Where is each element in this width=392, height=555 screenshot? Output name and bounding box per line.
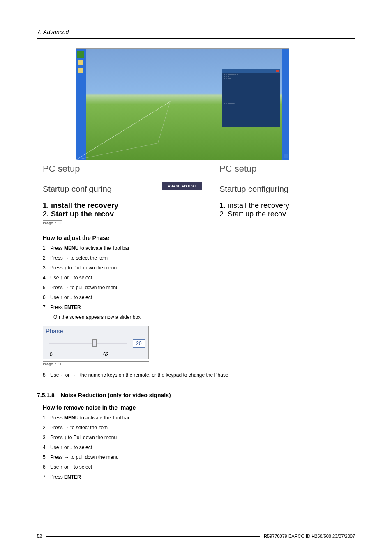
figure-step-2: 2. Start up the recov <box>43 210 154 219</box>
figure-step-1-right: 1. install the recovery <box>219 201 314 210</box>
figure-step-1: 1. install the recovery <box>43 201 154 210</box>
step-text: Press → to select the item <box>50 425 108 431</box>
step-text: Press → to pull down the menu <box>50 285 119 290</box>
step-text: Use ↑ or ↓ to select <box>50 464 92 470</box>
underline <box>219 175 265 175</box>
step-text: Press <box>50 245 64 251</box>
start-button-icon <box>77 51 84 58</box>
figure-screenshot: ··· ··· ··· ··· ··· ··· ··· ······ ··· ·… <box>76 48 289 160</box>
step-text: Press <box>50 304 64 310</box>
list-item: 8.Use ←or → , the numeric keys on the re… <box>43 372 355 378</box>
step-result-text: On the screen appears now a slider box <box>53 314 355 320</box>
close-icon <box>276 70 279 72</box>
step-text: Use ↑ or ↓ to select <box>50 444 92 450</box>
notepad-window: ··· ··· ··· ··· ··· ··· ··· ······ ··· ·… <box>222 69 280 127</box>
footer-info: R59770079 BARCO ID H250/500 23/07/2007 <box>264 534 355 539</box>
slider-body: 20 0 63 <box>43 336 148 359</box>
figure-caption: Image 7-20 <box>43 220 62 225</box>
phase-steps-list: 1.Press MENU to activate the Tool bar 2.… <box>43 245 355 310</box>
step-text: Use ↑ or ↓ to select <box>50 295 92 300</box>
list-item: 5.Press → to pull down the menu <box>43 285 355 290</box>
page-footer: 52 R59770079 BARCO ID H250/500 23/07/200… <box>37 534 355 539</box>
header-rule <box>37 38 355 39</box>
list-item: 4.Use ↑ or ↓ to select <box>43 275 355 281</box>
slider-title: Phase <box>43 326 148 336</box>
step-bold: MENU <box>64 245 78 251</box>
step-text: to activate the Tool bar <box>78 245 129 251</box>
notepad-titlebar <box>222 69 280 73</box>
section-number: 7.5.1.8 <box>37 392 61 398</box>
chapter-header: 7. Advanced <box>37 29 355 35</box>
noise-subtitle: How to remove noise in the image <box>43 404 355 411</box>
pc-setup-label: PC setup <box>43 164 154 174</box>
figure-left-column: PC setup Startup configuring 1. install … <box>43 161 154 226</box>
phase-slider-box: Phase 20 0 63 <box>43 326 149 359</box>
list-item: 7.Press ENTER <box>43 474 355 480</box>
startup-configuring-label-right: Startup configuring <box>219 184 314 194</box>
noise-steps-list: 1.Press MENU to activate the Tool bar 2.… <box>43 415 355 480</box>
list-item: 6.Use ↑ or ↓ to select <box>43 295 355 300</box>
tray-icon <box>284 154 288 158</box>
step-text: Use ↑ or ↓ to select <box>50 275 92 281</box>
list-item: 1.Press MENU to activate the Tool bar <box>43 245 355 251</box>
list-item: 7.Press ENTER <box>43 304 355 310</box>
step-text: Use ←or → , the numeric keys on the remo… <box>50 372 228 378</box>
step-text: Press ↓ to Pull down the menu <box>50 435 117 440</box>
list-item: 3.Press ↓ to Pull down the menu <box>43 435 355 440</box>
step-bold: ENTER <box>64 474 81 480</box>
slider-max: 63 <box>103 352 108 357</box>
list-item: 5.Press → to pull down the menu <box>43 454 355 460</box>
slider-caption: Image 7-21 <box>43 361 149 366</box>
list-item: 2.Press → to select the item <box>43 425 355 431</box>
step-text: Press → to pull down the menu <box>50 454 119 460</box>
figure-right-column: PC setup Startup configuring 1. install … <box>219 161 314 226</box>
startup-configuring-label: Startup configuring <box>43 184 154 194</box>
taskbar-icon <box>78 68 83 73</box>
list-item: 6.Use ↑ or ↓ to select <box>43 464 355 470</box>
page-number: 52 <box>37 534 42 539</box>
list-item: 1.Press MENU to activate the Tool bar <box>43 415 355 421</box>
phase-step-8-list: 8.Use ←or → , the numeric keys on the re… <box>43 372 355 378</box>
slider-min: 0 <box>50 352 53 357</box>
step-text: Press ↓ to Pull down the menu <box>50 265 117 271</box>
phase-section-title: How to adjust the Phase <box>43 235 355 241</box>
list-item: 2.Press → to select the item <box>43 255 355 261</box>
noise-section-heading: 7.5.1.8Noise Reduction (only for video s… <box>37 392 355 398</box>
figure-step-2-right: 2. Start up the recov <box>219 210 314 219</box>
slider-thumb <box>92 339 97 347</box>
step-text: Press <box>50 474 64 480</box>
taskbar-icon <box>78 60 83 65</box>
step-text: Press <box>50 415 64 421</box>
step-text: Press → to select the item <box>50 255 108 261</box>
section-title: Noise Reduction (only for video signals) <box>61 392 171 398</box>
step-text: to activate the Tool bar <box>78 415 129 421</box>
slider-track <box>49 343 127 344</box>
pc-setup-label-right: PC setup <box>219 164 314 174</box>
step-bold: MENU <box>64 415 78 421</box>
list-item: 4.Use ↑ or ↓ to select <box>43 444 355 450</box>
figure-mid-column: PHASE ADJUST <box>162 161 207 226</box>
xp-taskbar <box>76 49 86 160</box>
slider-value: 20 <box>133 339 145 348</box>
xp-sidebar-right <box>282 49 289 160</box>
list-item: 3.Press ↓ to Pull down the menu <box>43 265 355 271</box>
phase-adjust-badge: PHASE ADJUST <box>162 182 202 190</box>
step-bold: ENTER <box>64 304 81 310</box>
footer-rule <box>46 536 260 537</box>
underline <box>43 175 88 175</box>
